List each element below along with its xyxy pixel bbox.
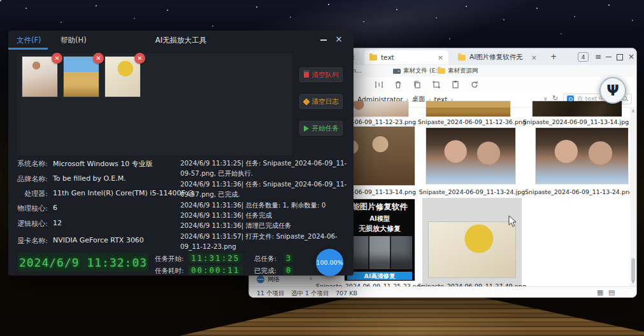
log-line: 2024/6/9 11:31:36| 总任务数量: 1, 剩余数量: 0 bbox=[180, 200, 348, 210]
tab-count-badge: 4 bbox=[578, 52, 589, 62]
play-icon bbox=[304, 125, 309, 132]
start-task-button[interactable]: 开始任务 bbox=[299, 121, 343, 136]
tab-close-icon[interactable]: × bbox=[438, 54, 443, 61]
sysinfo-label: 处理器: bbox=[11, 189, 48, 199]
refresh-icon[interactable] bbox=[469, 80, 480, 90]
file-thumbnail[interactable] bbox=[426, 101, 510, 116]
sysinfo-value: NVIDIA GeForce RTX 3060 bbox=[53, 236, 144, 244]
clear-log-button[interactable]: 清空日志 bbox=[299, 94, 343, 109]
file-thumbnail[interactable] bbox=[426, 128, 515, 184]
quick-item-label: 素材文件 (E:) bbox=[403, 67, 440, 75]
task-queue-panel: ✕ ✕ ✕ bbox=[17, 53, 292, 155]
task-log: 2024/6/9 11:31:25| 任务: Snipaste_2024-06-… bbox=[180, 158, 348, 251]
file-name[interactable]: Snipaste_2024-06-09_11-13-14.jpg bbox=[519, 118, 633, 125]
queue-thumbnail-portrait-girl[interactable] bbox=[22, 57, 57, 97]
menu-icon[interactable]: ≡ bbox=[593, 48, 603, 65]
boardwalk-glow bbox=[299, 291, 529, 336]
selected-file-item[interactable] bbox=[422, 198, 522, 287]
file-name[interactable]: Snipaste_2024-06-09_11-13-24.jpg bbox=[415, 188, 529, 195]
folder-icon bbox=[458, 55, 466, 60]
remove-item-icon[interactable]: ✕ bbox=[134, 53, 145, 64]
new-tab-button[interactable]: + bbox=[548, 48, 559, 65]
scroll-down-icon[interactable]: ∨ bbox=[630, 279, 636, 284]
progress-badge: 100.00% bbox=[316, 249, 343, 276]
quick-item-resources[interactable]: 素材资源网 bbox=[438, 67, 478, 75]
task-start-label: 任务开始: bbox=[155, 255, 184, 263]
sysinfo-label: 系统名称: bbox=[11, 159, 48, 169]
minimize-button[interactable] bbox=[320, 39, 327, 41]
button-label: 清空队列 bbox=[312, 71, 339, 80]
nav-item-network[interactable]: 网络 bbox=[257, 274, 280, 284]
folder-icon bbox=[438, 68, 445, 74]
total-tasks-label: 总任务: bbox=[254, 255, 276, 263]
file-thumbnail-ai-promo[interactable]: 能图片修复软件 AI模型 无损放大修复 AI高清修复 bbox=[345, 199, 415, 281]
tab-label: AI图片修复软件无 bbox=[469, 53, 527, 62]
rename-icon[interactable] bbox=[374, 80, 384, 90]
stars bbox=[0, 0, 1, 1]
selected-size: 707 KB bbox=[336, 290, 357, 297]
floating-assistant-icon[interactable]: Ψ bbox=[599, 77, 626, 104]
button-label: 清空日志 bbox=[312, 97, 339, 106]
log-line: 2024/6/9 11:31:36| 任务: Snipaste_2024-06-… bbox=[180, 179, 348, 200]
sysinfo-value: 6 bbox=[53, 204, 57, 212]
tab-text[interactable]: text × bbox=[364, 50, 448, 64]
grid-view-icon[interactable]: ▦ bbox=[597, 288, 603, 297]
sysinfo-value: To be filled by O.E.M. bbox=[53, 174, 126, 183]
scrollbar-thumb[interactable] bbox=[631, 258, 635, 281]
remove-item-icon[interactable]: ✕ bbox=[93, 53, 104, 64]
clear-queue-button[interactable]: 清空队列 bbox=[299, 67, 343, 82]
active-menu-indicator bbox=[8, 48, 48, 50]
sysinfo-value: 12 bbox=[53, 219, 62, 227]
tab-ai-repair[interactable]: AI图片修复软件无 × bbox=[453, 50, 542, 64]
paste-icon[interactable] bbox=[450, 80, 461, 90]
promo-photo-strip bbox=[347, 236, 411, 269]
promo-line3: 无损放大修复 bbox=[345, 224, 415, 234]
file-thumbnail[interactable] bbox=[429, 222, 515, 277]
sysinfo-value: 11th Gen Intel(R) Core(TM) i5-11400F @ bbox=[53, 189, 194, 197]
breadcrumb-desktop[interactable]: 桌面 bbox=[412, 95, 426, 104]
digital-clock: 2024/6/9 11:32:03 bbox=[18, 253, 148, 272]
promo-line2: AI模型 bbox=[345, 214, 415, 223]
broom-icon bbox=[303, 98, 310, 105]
log-line: 2024/6/9 11:31:36| 清理已完成任务 bbox=[180, 220, 348, 230]
mouse-cursor bbox=[508, 215, 517, 228]
folder-icon bbox=[369, 55, 377, 60]
nav-item-label: 网络 bbox=[268, 276, 280, 284]
done-tasks-value: 0 bbox=[283, 266, 294, 275]
sysinfo-label: 品牌名称: bbox=[11, 174, 48, 184]
quick-item-drive-e[interactable]: 素材文件 (E:) bbox=[393, 67, 440, 75]
copy-icon[interactable] bbox=[412, 80, 422, 90]
task-elapsed-time: 00:00:11 bbox=[188, 265, 243, 275]
status-bar: 11 个项目 选中 1 个项目 707 KB ▦ ▤ bbox=[249, 286, 636, 298]
file-thumbnail[interactable] bbox=[533, 101, 622, 116]
chevron-down-icon[interactable]: ∨ bbox=[309, 276, 313, 281]
task-elapsed-label: 任务耗时: bbox=[155, 267, 184, 276]
details-view-icon[interactable]: ▤ bbox=[608, 288, 615, 297]
file-thumbnail[interactable] bbox=[536, 128, 628, 184]
file-name[interactable]: Snipaste_2024-06-09_11-12-36.png bbox=[415, 118, 529, 125]
scrollbar[interactable]: ∧ ∨ bbox=[630, 107, 636, 286]
task-start-time: 11:31:25 bbox=[188, 253, 243, 263]
ai-upscaler-window: 文件(F) 帮助(H) AI无损放大工具 × ✕ ✕ ✕ 清空队列 清空日志 开… bbox=[8, 31, 354, 276]
scroll-up-icon[interactable]: ∧ bbox=[630, 108, 636, 114]
maximize-button[interactable] bbox=[617, 54, 623, 60]
minimize-button[interactable] bbox=[606, 57, 612, 57]
file-name[interactable]: Snipaste_2024-06-09_11-13-24.png bbox=[522, 188, 636, 195]
remove-item-icon[interactable]: ✕ bbox=[52, 53, 62, 64]
sysinfo-label: 显卡名称: bbox=[11, 236, 48, 246]
close-button[interactable]: × bbox=[627, 48, 636, 65]
drive-icon bbox=[393, 69, 401, 74]
close-button[interactable]: × bbox=[335, 34, 343, 44]
log-line: 2024/6/9 11:31:25| 任务: Snipaste_2024-06-… bbox=[180, 158, 348, 179]
queue-thumbnail-anime[interactable] bbox=[105, 57, 140, 97]
queue-thumbnail-wheat-field[interactable] bbox=[64, 57, 99, 97]
delete-icon[interactable] bbox=[393, 80, 403, 90]
window-title: AI无损放大工具 bbox=[8, 36, 354, 45]
network-icon bbox=[257, 276, 264, 283]
sysinfo-value: Microsoft Windows 10 专业版 bbox=[53, 159, 153, 169]
log-line: 2024/6/9 11:31:57| 打开文件: Snipaste_2024-0… bbox=[180, 231, 348, 251]
item-count: 11 个项目 bbox=[257, 290, 285, 298]
tab-close-icon[interactable]: × bbox=[531, 54, 537, 61]
crop-icon[interactable] bbox=[431, 80, 441, 90]
sysinfo-label: 逻辑核心: bbox=[11, 219, 48, 228]
